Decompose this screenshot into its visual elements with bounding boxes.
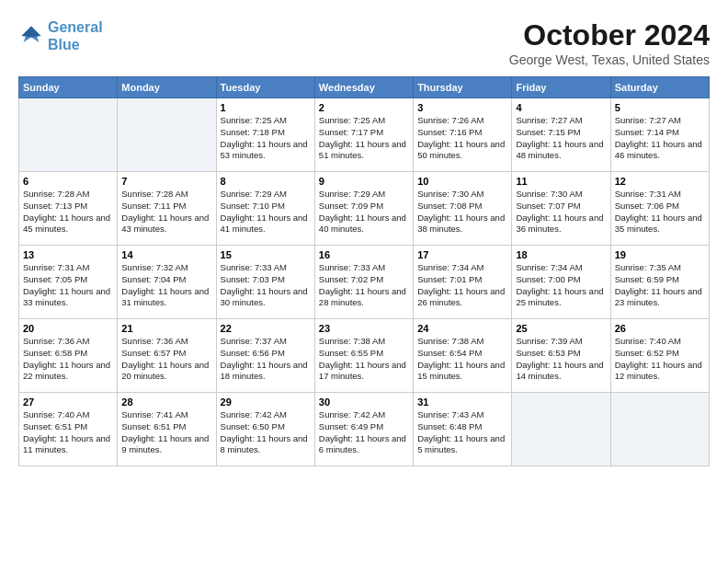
day-number: 22 [221,323,311,334]
calendar-cell: 28Sunrise: 7:41 AM Sunset: 6:51 PM Dayli… [118,393,216,466]
calendar-cell: 24Sunrise: 7:38 AM Sunset: 6:54 PM Dayli… [414,319,512,393]
day-info: Sunrise: 7:33 AM Sunset: 7:03 PM Dayligh… [221,262,311,309]
day-info: Sunrise: 7:28 AM Sunset: 7:13 PM Dayligh… [23,189,113,236]
day-info: Sunrise: 7:35 AM Sunset: 6:59 PM Dayligh… [615,262,705,309]
day-info: Sunrise: 7:38 AM Sunset: 6:55 PM Dayligh… [319,336,409,383]
calendar-cell: 26Sunrise: 7:40 AM Sunset: 6:52 PM Dayli… [610,319,709,393]
day-number: 19 [615,249,705,260]
calendar-cell: 19Sunrise: 7:35 AM Sunset: 6:59 PM Dayli… [610,246,709,319]
calendar-cell: 7Sunrise: 7:28 AM Sunset: 7:11 PM Daylig… [118,172,216,246]
svg-marker-1 [22,27,41,38]
weekday-header-thursday: Thursday [414,77,512,98]
calendar-cell: 6Sunrise: 7:28 AM Sunset: 7:13 PM Daylig… [19,172,118,246]
day-number: 17 [417,249,507,260]
day-info: Sunrise: 7:39 AM Sunset: 6:53 PM Dayligh… [516,336,606,383]
weekday-header-saturday: Saturday [610,77,709,98]
calendar-cell: 16Sunrise: 7:33 AM Sunset: 7:02 PM Dayli… [314,246,413,319]
calendar-cell [512,393,610,466]
day-info: Sunrise: 7:26 AM Sunset: 7:16 PM Dayligh… [417,115,507,162]
calendar-cell: 30Sunrise: 7:42 AM Sunset: 6:49 PM Dayli… [314,393,413,466]
week-row-1: 6Sunrise: 7:28 AM Sunset: 7:13 PM Daylig… [19,172,710,246]
day-info: Sunrise: 7:31 AM Sunset: 7:06 PM Dayligh… [615,189,705,236]
day-info: Sunrise: 7:28 AM Sunset: 7:11 PM Dayligh… [121,189,211,236]
weekday-header-row: SundayMondayTuesdayWednesdayThursdayFrid… [19,77,710,98]
day-info: Sunrise: 7:25 AM Sunset: 7:18 PM Dayligh… [221,115,311,162]
day-number: 11 [516,176,606,187]
week-row-3: 20Sunrise: 7:36 AM Sunset: 6:58 PM Dayli… [19,319,710,393]
calendar-cell [19,98,118,172]
day-number: 28 [121,396,211,408]
day-info: Sunrise: 7:33 AM Sunset: 7:02 PM Dayligh… [319,262,409,309]
logo: General Blue [18,18,103,53]
calendar-cell: 20Sunrise: 7:36 AM Sunset: 6:58 PM Dayli… [19,319,118,393]
day-number: 3 [417,102,507,113]
day-info: Sunrise: 7:37 AM Sunset: 6:56 PM Dayligh… [221,336,311,383]
day-number: 1 [221,102,311,113]
calendar-cell [610,393,709,466]
day-number: 21 [121,323,211,334]
calendar-cell: 5Sunrise: 7:27 AM Sunset: 7:14 PM Daylig… [610,98,709,172]
day-info: Sunrise: 7:40 AM Sunset: 6:52 PM Dayligh… [615,336,705,383]
calendar-cell: 9Sunrise: 7:29 AM Sunset: 7:09 PM Daylig… [314,172,413,246]
calendar-body: 1Sunrise: 7:25 AM Sunset: 7:18 PM Daylig… [19,98,710,466]
day-info: Sunrise: 7:31 AM Sunset: 7:05 PM Dayligh… [23,262,113,309]
weekday-header-sunday: Sunday [19,77,118,98]
day-number: 7 [121,176,211,187]
day-info: Sunrise: 7:32 AM Sunset: 7:04 PM Dayligh… [121,262,211,309]
calendar-cell: 18Sunrise: 7:34 AM Sunset: 7:00 PM Dayli… [512,246,610,319]
day-number: 2 [319,102,409,113]
location-title: George West, Texas, United States [509,52,710,67]
day-number: 12 [615,176,705,187]
calendar-cell: 31Sunrise: 7:43 AM Sunset: 6:48 PM Dayli… [414,393,512,466]
day-info: Sunrise: 7:30 AM Sunset: 7:08 PM Dayligh… [417,189,507,236]
week-row-4: 27Sunrise: 7:40 AM Sunset: 6:51 PM Dayli… [19,393,710,466]
day-number: 26 [615,323,705,334]
calendar-cell: 4Sunrise: 7:27 AM Sunset: 7:15 PM Daylig… [512,98,610,172]
week-row-0: 1Sunrise: 7:25 AM Sunset: 7:18 PM Daylig… [19,98,710,172]
calendar-cell: 2Sunrise: 7:25 AM Sunset: 7:17 PM Daylig… [314,98,413,172]
day-number: 15 [221,249,311,260]
calendar-cell: 15Sunrise: 7:33 AM Sunset: 7:03 PM Dayli… [216,246,314,319]
day-info: Sunrise: 7:40 AM Sunset: 6:51 PM Dayligh… [23,409,113,456]
day-info: Sunrise: 7:42 AM Sunset: 6:49 PM Dayligh… [319,409,409,456]
title-block: October 2024 George West, Texas, United … [509,18,710,67]
weekday-header-monday: Monday [118,77,216,98]
calendar-cell: 25Sunrise: 7:39 AM Sunset: 6:53 PM Dayli… [512,319,610,393]
calendar-cell: 14Sunrise: 7:32 AM Sunset: 7:04 PM Dayli… [118,246,216,319]
logo-icon [18,23,44,49]
page-header: General Blue October 2024 George West, T… [18,18,710,67]
day-info: Sunrise: 7:25 AM Sunset: 7:17 PM Dayligh… [319,115,409,162]
calendar-cell: 29Sunrise: 7:42 AM Sunset: 6:50 PM Dayli… [216,393,314,466]
day-info: Sunrise: 7:38 AM Sunset: 6:54 PM Dayligh… [417,336,507,383]
day-info: Sunrise: 7:29 AM Sunset: 7:10 PM Dayligh… [221,189,311,236]
day-info: Sunrise: 7:41 AM Sunset: 6:51 PM Dayligh… [121,409,211,456]
day-number: 14 [121,249,211,260]
calendar-cell: 27Sunrise: 7:40 AM Sunset: 6:51 PM Dayli… [19,393,118,466]
day-number: 29 [221,396,311,408]
day-info: Sunrise: 7:30 AM Sunset: 7:07 PM Dayligh… [516,189,606,236]
day-number: 8 [221,176,311,187]
day-info: Sunrise: 7:29 AM Sunset: 7:09 PM Dayligh… [319,189,409,236]
day-number: 9 [319,176,409,187]
weekday-header-friday: Friday [512,77,610,98]
day-number: 20 [23,323,113,334]
calendar-cell: 11Sunrise: 7:30 AM Sunset: 7:07 PM Dayli… [512,172,610,246]
day-number: 31 [417,396,507,408]
day-info: Sunrise: 7:42 AM Sunset: 6:50 PM Dayligh… [221,409,311,456]
day-info: Sunrise: 7:36 AM Sunset: 6:58 PM Dayligh… [23,336,113,383]
day-number: 24 [417,323,507,334]
day-number: 18 [516,249,606,260]
week-row-2: 13Sunrise: 7:31 AM Sunset: 7:05 PM Dayli… [19,246,710,319]
weekday-header-wednesday: Wednesday [314,77,413,98]
day-number: 16 [319,249,409,260]
calendar-table: SundayMondayTuesdayWednesdayThursdayFrid… [18,76,710,466]
day-info: Sunrise: 7:27 AM Sunset: 7:14 PM Dayligh… [615,115,705,162]
day-info: Sunrise: 7:34 AM Sunset: 7:01 PM Dayligh… [417,262,507,309]
calendar-cell: 1Sunrise: 7:25 AM Sunset: 7:18 PM Daylig… [216,98,314,172]
day-number: 5 [615,102,705,113]
day-number: 23 [319,323,409,334]
calendar-cell: 12Sunrise: 7:31 AM Sunset: 7:06 PM Dayli… [610,172,709,246]
calendar-cell [118,98,216,172]
day-info: Sunrise: 7:36 AM Sunset: 6:57 PM Dayligh… [121,336,211,383]
day-info: Sunrise: 7:27 AM Sunset: 7:15 PM Dayligh… [516,115,606,162]
